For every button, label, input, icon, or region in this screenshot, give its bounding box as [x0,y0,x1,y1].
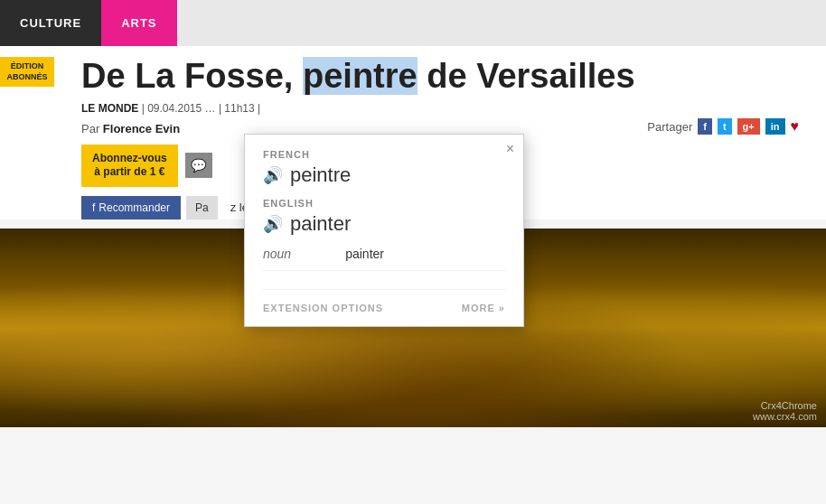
share-googleplus-icon[interactable]: g+ [737,118,760,135]
recommend-label: Recommander [99,201,170,214]
edition-badge: ÉDITION ABONNÉS [0,57,54,87]
author-prefix: Par [81,122,103,135]
arts-label: ARTS [121,16,156,30]
author-name: Florence Evin [103,122,180,135]
subscribe-line1: Abonnez-vous [92,152,167,164]
share-area: Partager f t g+ in ♥ [647,118,799,135]
english-lang-label: ENGLISH [263,198,505,209]
meta-date: | 09.04.2015 [142,102,202,115]
title-pre: De La Fosse, [81,57,303,95]
english-word: painter [290,212,351,236]
meta-line: LE MONDE | 09.04.2015 … | 11h13 | [81,102,808,115]
noun-row: noun painter [263,247,505,271]
publication: LE MONDE [81,102,138,115]
watermark: Crx4Chrome www.crx4.com [753,400,817,422]
popup-footer: EXTENSION OPTIONS MORE » [263,297,505,313]
title-highlighted: peintre [303,57,418,95]
share-label: Partager [647,120,692,134]
french-sound-icon[interactable]: 🔊 [263,165,283,185]
pa-label: Pa [195,201,209,214]
fb-icon: f [92,201,95,214]
popup-divider [263,289,505,290]
fb-recommend-button[interactable]: f Recommander [81,196,181,219]
meta-time-separator: … [205,102,219,115]
nav-culture-tab[interactable]: CULTURE [0,0,101,46]
french-word-row: 🔊 peintre [263,163,505,187]
extension-options-label[interactable]: EXTENSION OPTIONS [263,303,383,313]
watermark-line2: www.crx4.com [753,411,817,422]
share-twitter-icon[interactable]: t [718,118,732,135]
french-word: peintre [290,163,351,187]
chat-icon: 💬 [185,153,212,178]
edition-line2: ABONNÉS [6,72,47,81]
english-sound-icon[interactable]: 🔊 [263,214,283,234]
nav-arts-tab[interactable]: ARTS [101,0,176,46]
noun-translation: painter [345,247,384,261]
subscribe-line2: à partir de 1 € [94,165,164,178]
share-pinterest-icon[interactable]: ♥ [791,118,800,135]
french-lang-label: FRENCH [263,149,505,160]
nav-bar: CULTURE ARTS [0,0,826,46]
subscribe-button[interactable]: Abonnez-vous à partir de 1 € [81,145,178,187]
share-linkedin-icon[interactable]: in [765,118,785,135]
edition-line1: ÉDITION [11,61,44,70]
article-title: De La Fosse, peintre de Versailles [81,57,808,97]
pos-label: noun [263,247,291,261]
meta-time: | 11h13 | [219,102,260,115]
more-link[interactable]: MORE » [462,303,505,313]
pa-button[interactable]: Pa [186,196,218,219]
english-word-row: 🔊 painter [263,212,505,236]
translation-popup: × FRENCH 🔊 peintre ENGLISH 🔊 painter nou… [244,134,524,327]
popup-close-button[interactable]: × [506,142,514,156]
culture-label: CULTURE [20,16,81,30]
title-post: de Versailles [418,57,635,95]
share-facebook-icon[interactable]: f [698,118,712,135]
watermark-line1: Crx4Chrome [753,400,817,411]
